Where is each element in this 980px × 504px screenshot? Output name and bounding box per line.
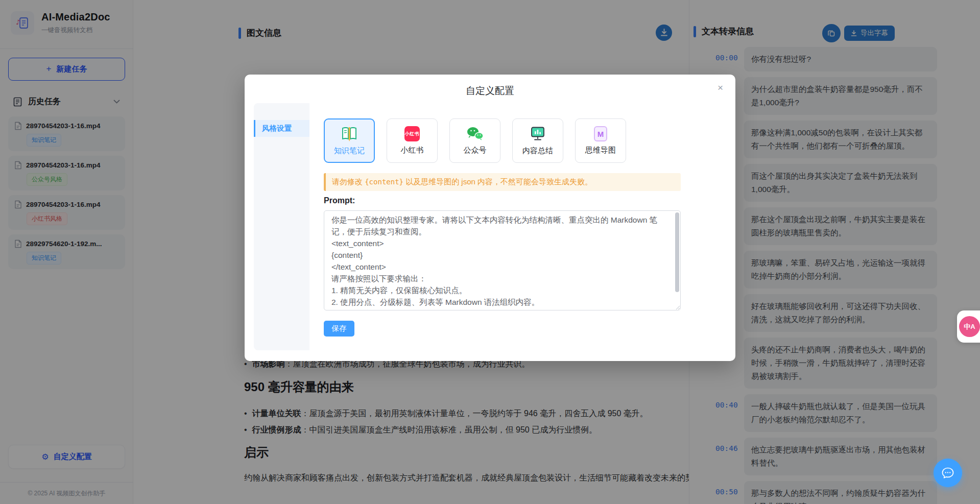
close-icon[interactable]: ×: [715, 81, 725, 94]
warning-code: {content}: [365, 178, 403, 186]
summary-board-icon: [529, 126, 546, 142]
wechat-icon: [466, 126, 484, 141]
prompt-label: Prompt:: [324, 196, 355, 205]
style-card-label: 小红书: [401, 146, 424, 155]
style-card-xiaohongshu[interactable]: 小红书 小红书: [387, 118, 438, 163]
custom-config-modal: 自定义配置 × 风格设置 知识笔记 小红书 小红书: [245, 75, 735, 361]
modal-title: 自定义配置: [245, 84, 735, 98]
style-card-mindmap[interactable]: M 思维导图: [575, 118, 626, 163]
style-card-label: 知识笔记: [334, 146, 365, 156]
mindmap-icon: M: [594, 126, 607, 141]
style-card-content-summary[interactable]: 内容总结: [512, 118, 563, 163]
modal-nav-rail: 风格设置: [254, 103, 309, 350]
notebook-icon: [341, 126, 358, 142]
prompt-textarea-wrap: 你是一位高效的知识整理专家。请将以下文本内容转化为结构清晰、重点突出的 Mark…: [324, 210, 681, 310]
translate-icon: 中A: [959, 316, 980, 337]
chat-bubble-icon: [941, 467, 954, 479]
translate-fab[interactable]: 中A: [957, 310, 980, 343]
style-card-row: 知识笔记 小红书 小红书 公众号: [324, 118, 626, 163]
chat-fab[interactable]: [934, 459, 962, 487]
warning-post: 以及思维导图的 json 内容，不然可能会导致生成失败。: [403, 177, 592, 186]
style-card-label: 公众号: [464, 146, 487, 155]
style-card-label: 思维导图: [585, 146, 616, 155]
prompt-textarea[interactable]: 你是一位高效的知识整理专家。请将以下文本内容转化为结构清晰、重点突出的 Mark…: [324, 210, 681, 310]
textarea-scrollbar-thumb[interactable]: [675, 212, 679, 292]
tab-style-settings[interactable]: 风格设置: [254, 120, 309, 137]
textarea-resize-handle[interactable]: [675, 305, 680, 310]
xiaohongshu-icon: 小红书: [404, 126, 420, 141]
style-card-label: 内容总结: [522, 146, 553, 156]
warning-alert: 请勿修改 {content} 以及思维导图的 json 内容，不然可能会导致生成…: [324, 173, 681, 191]
style-card-knowledge-notes[interactable]: 知识笔记: [324, 118, 375, 163]
style-card-wechat-official[interactable]: 公众号: [449, 118, 500, 163]
save-button[interactable]: 保存: [324, 321, 354, 337]
warning-pre: 请勿修改: [332, 177, 365, 186]
